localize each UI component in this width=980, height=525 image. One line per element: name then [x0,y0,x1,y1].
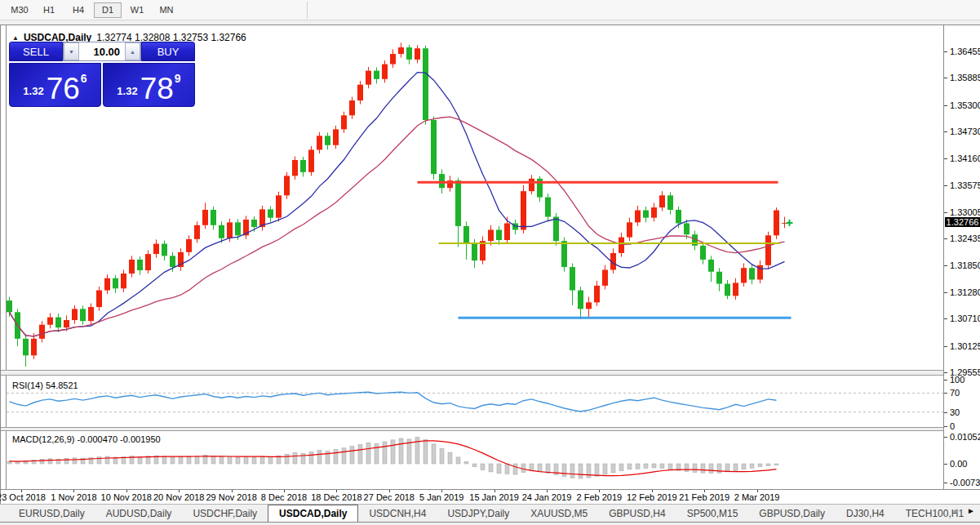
macd-histogram-bar [440,448,444,464]
buy-price-box[interactable]: 1.32 78 9 [103,63,195,107]
sell-button[interactable]: SELL [9,42,63,61]
sell-price-main: 76 [47,74,80,103]
macd-histogram-bar [375,444,379,464]
macd-histogram-bar [317,451,321,464]
candle [259,206,265,231]
symbol-tab-usdcnh-h4[interactable]: USDCNH,H4 [358,505,437,522]
macd-histogram-bar [587,464,591,478]
macd-histogram-bar [228,456,232,464]
macd-histogram-bar [497,464,501,474]
macd-histogram-bar [774,464,778,465]
candle [178,248,184,270]
macd-histogram-bar [260,456,264,464]
price-axis-tick [944,185,947,186]
candle [366,67,371,88]
sell-price-pip: 6 [81,72,87,85]
panel-splitter-rsi[interactable] [1,370,980,376]
candle [219,221,224,242]
price-axis-tick [944,265,947,266]
price-axis-tick [944,158,947,159]
candle [741,263,747,286]
candle [325,132,330,149]
symbol-tab-audusd-daily[interactable]: AUDUSD,Daily [95,505,183,522]
volume-spinner: ▼ 10.00 ▲ [63,42,141,61]
macd-histogram-bar [383,442,387,464]
macd-histogram-bar [562,464,566,477]
tab-scroll-left-icon[interactable]: ◄ [951,506,959,515]
symbol-tab-usdjpy-daily[interactable]: USDJPY,Daily [437,505,520,522]
collapse-icon[interactable]: ▲ [12,34,19,42]
candle [268,206,273,222]
symbol-tab-dj30-h4[interactable]: DJ30,H4 [836,505,895,522]
macd-histogram-bar [73,458,77,464]
rsi-axis-tick [944,426,947,427]
price-axis-tick [944,372,947,373]
symbol-tab-xauusd-m5[interactable]: XAUUSD,M5 [520,505,598,522]
volume-input[interactable]: 10.00 [79,42,125,60]
macd-histogram-bar [513,464,517,474]
candle [398,42,404,57]
price-axis-label: 1.35300 [950,100,980,110]
timeframe-button-w1[interactable]: W1 [123,2,151,18]
date-axis-label: 21 Feb 2019 [679,492,729,502]
tab-scroll-right-icon[interactable]: ► [967,506,975,515]
timeframe-button-m30[interactable]: M30 [6,2,33,18]
rsi-indicator-chart[interactable] [7,378,943,427]
volume-increase-icon[interactable]: ▲ [125,42,140,60]
candle [667,192,673,214]
symbol-tab-usdcad-daily[interactable]: USDCAD,Daily [268,505,358,522]
candle [553,213,559,246]
macd-axis-tick [944,464,947,465]
macd-histogram-bar [521,464,525,473]
candle [121,269,126,291]
candle [594,281,600,306]
candle [284,172,290,199]
symbol-tab-gbpusd-daily[interactable]: GBPUSD,Daily [748,505,836,522]
macd-histogram-bar [138,456,142,464]
macd-histogram-bar [244,457,248,464]
candle [423,46,428,125]
candle [186,235,192,256]
candle [627,218,632,241]
symbol-tab-usdchf-daily[interactable]: USDCHF,Daily [182,505,268,522]
candle [496,226,502,245]
macd-histogram-bar [268,457,273,464]
date-axis-label: 2 Mar 2019 [734,492,780,502]
timeframe-toolbar: M30H1H4D1W1MN [0,0,980,20]
candle [47,313,53,328]
sell-price-box[interactable]: 1.32 76 6 [9,63,101,107]
buy-button[interactable]: BUY [141,42,195,61]
price-axis[interactable]: 1.364551.358851.353001.347301.341601.335… [944,25,980,489]
candle [129,256,135,277]
timeframe-button-h4[interactable]: H4 [64,2,92,18]
date-axis[interactable]: 23 Oct 20181 Nov 201810 Nov 201820 Nov 2… [1,490,980,504]
volume-decrease-icon[interactable]: ▼ [64,42,79,60]
candle [578,287,583,319]
symbol-tab-u[interactable]: U [974,505,980,522]
timeframe-button-h1[interactable]: H1 [35,2,63,18]
price-axis-label: 1.32435 [950,234,980,243]
panel-splitter-macd[interactable] [1,427,980,431]
timeframe-button-d1[interactable]: D1 [94,2,122,18]
symbol-tab-gbpusd-h4[interactable]: GBPUSD,H4 [598,505,676,522]
symbol-tab-sp500-m15[interactable]: SP500,M15 [676,505,749,522]
price-axis-label: 1.30125 [950,341,980,351]
chart-window: ▲ USDCAD,Daily 1.32774 1.32808 1.32753 1… [0,24,980,504]
candle [349,96,355,118]
macd-axis-label: -0.0073 [950,478,980,487]
candle [512,220,518,234]
candle [455,178,461,247]
symbol-tab-eurusd-daily[interactable]: EURUSD,Daily [8,505,95,522]
price-axis-tick [944,318,947,319]
macd-histogram-bar [725,464,729,472]
macd-histogram-bar [293,452,297,464]
rsi-axis-label: 100 [950,375,964,385]
price-axis-label: 1.33005 [950,207,980,217]
macd-histogram-bar [546,464,550,473]
timeframe-button-mn[interactable]: MN [153,2,180,18]
candle [659,191,665,211]
macd-histogram-bar [685,464,689,472]
date-axis-label: 27 Dec 2018 [364,492,415,502]
macd-histogram-bar [358,444,362,464]
rsi-axis-tick [944,380,947,380]
